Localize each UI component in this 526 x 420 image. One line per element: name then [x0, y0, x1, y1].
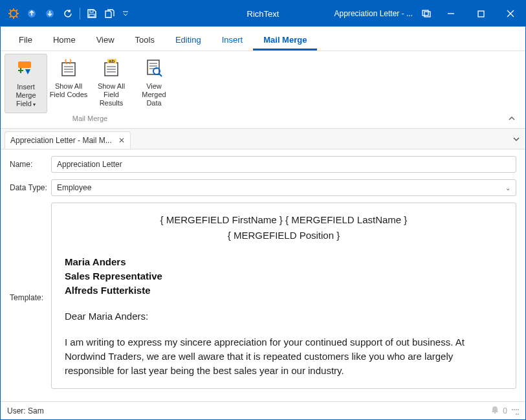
- quick-customize-icon[interactable]: [119, 1, 132, 27]
- ribbon-group-mail-merge: InsertMerge Field▾ { } Show AllField Cod…: [1, 51, 180, 128]
- menu-view[interactable]: View: [86, 30, 125, 50]
- svg-rect-15: [424, 12, 430, 17]
- template-editor[interactable]: { MERGEFIELD FirstName } { MERGEFIELD La…: [51, 203, 516, 389]
- template-bold-line: Maria Anders: [65, 255, 503, 269]
- rbtn-label: Field Results: [100, 91, 124, 107]
- svg-point-0: [10, 10, 17, 17]
- template-body: I am writing to express my sincere appre…: [65, 335, 503, 378]
- bell-icon[interactable]: [491, 406, 499, 416]
- document-tab-label: Appreciation Letter - Mail M...: [10, 136, 112, 145]
- document-tab-bar: Appreciation Letter - Mail M... ✕: [1, 129, 525, 149]
- chevron-down-icon: ▾: [33, 102, 36, 107]
- field-results-icon: ab: [101, 58, 122, 78]
- svg-rect-20: [18, 61, 31, 68]
- form-area: Name: Data Type: Employee ⌄ Template: { …: [1, 149, 525, 394]
- quick-access-toolbar: [1, 1, 132, 27]
- close-tab-icon[interactable]: ✕: [118, 136, 125, 145]
- svg-point-38: [494, 412, 496, 414]
- name-label: Name:: [10, 160, 51, 169]
- separator: [80, 8, 80, 19]
- minimize-button[interactable]: [436, 1, 466, 27]
- svg-line-5: [10, 10, 11, 11]
- window-list-icon[interactable]: [417, 1, 436, 27]
- status-bar: User: Sam 0: [1, 401, 525, 419]
- show-all-field-codes-button[interactable]: { } Show AllField Codes: [47, 54, 90, 113]
- menu-insert[interactable]: Insert: [212, 30, 254, 50]
- menu-editing[interactable]: Editing: [165, 30, 212, 50]
- menu-home[interactable]: Home: [43, 30, 86, 50]
- title-bar: RichText Appreciation Letter - ...: [1, 1, 525, 27]
- document-tab[interactable]: Appreciation Letter - Mail M... ✕: [5, 131, 131, 149]
- ribbon-group-title: Mail Merge: [5, 113, 175, 124]
- rbtn-label: Insert: [17, 83, 35, 91]
- svg-text:{ }: { }: [65, 59, 72, 64]
- upload-icon[interactable]: [23, 1, 41, 27]
- template-bold-line: Alfreds Futterkiste: [65, 283, 503, 298]
- chevron-down-icon: ⌄: [505, 184, 510, 192]
- svg-line-8: [10, 16, 11, 17]
- menu-mail-merge[interactable]: Mail Merge: [253, 30, 317, 50]
- gear-icon[interactable]: [5, 1, 23, 27]
- ribbon-collapse-button[interactable]: [507, 114, 518, 124]
- data-type-label: Data Type:: [10, 183, 51, 192]
- tab-dropdown-button[interactable]: [507, 129, 525, 149]
- template-label: Template:: [10, 203, 51, 302]
- svg-rect-14: [422, 10, 428, 16]
- refresh-icon[interactable]: [59, 1, 77, 27]
- save-icon[interactable]: [83, 1, 101, 27]
- svg-line-7: [16, 10, 17, 11]
- maximize-button[interactable]: [466, 1, 496, 27]
- svg-line-6: [16, 16, 17, 17]
- menu-file[interactable]: File: [8, 30, 43, 50]
- data-type-value: Employee: [57, 183, 91, 192]
- mergefield-line: { MERGEFIELD Position }: [65, 228, 503, 243]
- svg-line-37: [159, 74, 162, 76]
- status-user: User: Sam: [7, 406, 44, 415]
- template-bold-line: Sales Representative: [65, 269, 503, 283]
- resize-grip-icon[interactable]: [511, 407, 519, 415]
- ribbon: InsertMerge Field▾ { } Show AllField Cod…: [1, 51, 525, 129]
- svg-text:ab: ab: [109, 59, 115, 64]
- rbtn-label: Data: [146, 99, 161, 107]
- view-merged-data-button[interactable]: View MergedData: [133, 54, 175, 113]
- field-codes-icon: { }: [58, 58, 79, 78]
- template-greeting: Dear Maria Anders:: [65, 309, 503, 324]
- show-all-field-results-button[interactable]: ab Show AllField Results: [90, 54, 133, 113]
- notification-count: 0: [503, 406, 507, 415]
- menu-tools[interactable]: Tools: [125, 30, 165, 50]
- download-icon[interactable]: [41, 1, 59, 27]
- close-button[interactable]: [496, 1, 525, 27]
- rbtn-label: Show All: [98, 82, 125, 90]
- svg-rect-12: [89, 14, 94, 17]
- name-input[interactable]: [51, 156, 516, 173]
- view-merged-data-icon: [144, 58, 164, 78]
- insert-merge-field-button[interactable]: InsertMerge Field▾: [5, 54, 47, 113]
- document-title: Appreciation Letter - ...: [334, 9, 413, 18]
- insert-merge-field-icon: [16, 58, 36, 79]
- menu-bar: File Home View Tools Editing Insert Mail…: [1, 27, 525, 51]
- rbtn-label: View Merged: [142, 82, 166, 98]
- data-type-select[interactable]: Employee ⌄: [51, 179, 516, 196]
- save-all-icon[interactable]: [101, 1, 119, 27]
- window-controls: [436, 1, 525, 27]
- svg-rect-17: [478, 11, 484, 17]
- rbtn-label: Show All: [55, 82, 82, 90]
- mergefield-line: { MERGEFIELD FirstName } { MERGEFIELD La…: [65, 212, 503, 228]
- rbtn-label: Field Codes: [50, 91, 88, 98]
